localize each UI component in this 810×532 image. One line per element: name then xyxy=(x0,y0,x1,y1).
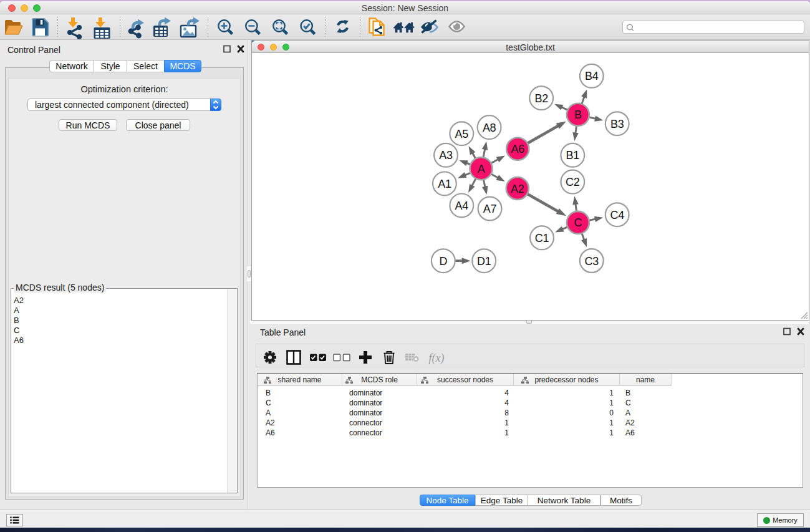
svg-text:A7: A7 xyxy=(483,203,497,215)
svg-text:D1: D1 xyxy=(477,255,491,268)
svg-text:B4: B4 xyxy=(585,70,599,82)
svg-text:B: B xyxy=(574,109,582,121)
svg-text:A1: A1 xyxy=(438,178,451,190)
svg-text:C1: C1 xyxy=(535,232,549,244)
svg-text:C3: C3 xyxy=(585,255,599,268)
svg-text:A4: A4 xyxy=(455,200,469,212)
svg-text:A: A xyxy=(478,163,485,175)
svg-text:D: D xyxy=(439,255,447,268)
svg-text:A3: A3 xyxy=(439,149,453,162)
svg-text:A8: A8 xyxy=(483,122,496,134)
svg-text:B3: B3 xyxy=(610,118,624,130)
svg-text:B2: B2 xyxy=(534,92,548,105)
svg-text:A6: A6 xyxy=(511,143,524,155)
svg-text:B1: B1 xyxy=(566,149,580,162)
svg-text:C: C xyxy=(574,216,582,229)
svg-text:A2: A2 xyxy=(511,183,524,195)
svg-text:C2: C2 xyxy=(566,176,580,188)
svg-text:f(x): f(x) xyxy=(429,352,445,365)
svg-text:C4: C4 xyxy=(610,209,624,221)
svg-text:A5: A5 xyxy=(455,128,469,140)
